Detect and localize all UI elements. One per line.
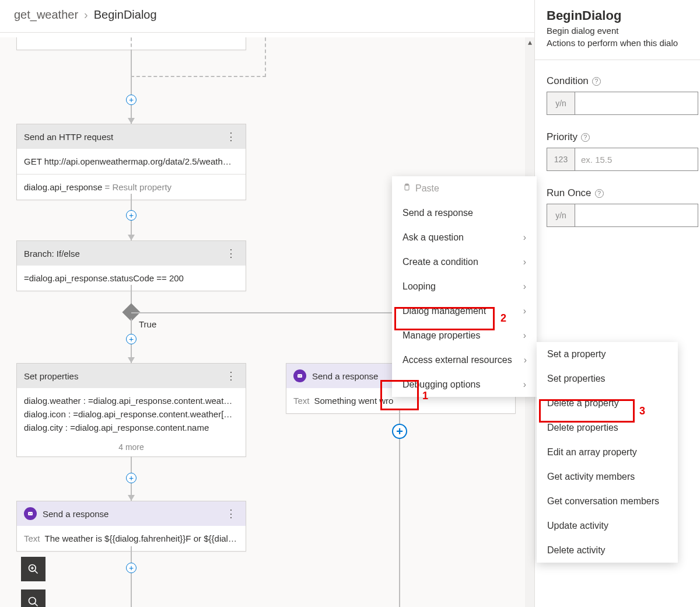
zoom-in-button[interactable] <box>21 557 46 581</box>
submenu-item-set-properties[interactable]: Set properties <box>537 367 678 391</box>
runonce-input[interactable] <box>575 204 698 226</box>
chevron-right-icon: › <box>512 379 526 390</box>
submenu-item-get-activity-members[interactable]: Get activity members <box>537 465 678 489</box>
panel-title: BeginDialog <box>547 8 700 23</box>
menu-item-looping[interactable]: Looping › <box>392 274 537 299</box>
http-method: GET <box>24 156 42 166</box>
breadcrumb-root[interactable]: get_weather <box>14 8 78 22</box>
chevron-right-icon: › <box>512 257 526 267</box>
send-response-node[interactable]: Send a response ⋮ TextThe weather is ${{… <box>16 501 246 552</box>
breadcrumb-leaf: BeginDialog <box>94 8 157 22</box>
more-icon[interactable]: ⋮ <box>223 507 239 520</box>
submenu-item-delete-properties[interactable]: Delete properties <box>537 416 678 440</box>
set-properties-node[interactable]: Set properties ⋮ dialog.weather : =dialo… <box>16 363 246 457</box>
more-rows-indicator[interactable]: 4 more <box>17 440 246 456</box>
result-property-name: dialog.api_response <box>24 182 102 192</box>
bot-icon <box>293 369 306 382</box>
property-row: dialog.icon : =dialog.api_response.conte… <box>24 407 239 421</box>
chevron-right-icon: › <box>512 281 526 292</box>
add-action-button[interactable]: + <box>126 334 136 344</box>
runonce-field[interactable]: y/n <box>547 204 698 227</box>
svg-point-5 <box>31 513 32 514</box>
more-icon[interactable]: ⋮ <box>223 369 239 382</box>
condition-input[interactable] <box>575 92 698 114</box>
http-request-node[interactable]: Send an HTTP request ⋮ GET http://api.op… <box>16 124 246 200</box>
svg-point-1 <box>299 375 300 376</box>
chevron-right-icon: › <box>512 330 526 341</box>
field-type-badge[interactable]: y/n <box>547 92 575 114</box>
submenu-item-edit-array[interactable]: Edit an array property <box>537 440 678 465</box>
arrow-down-icon <box>128 235 135 240</box>
branch-condition: =dialog.api_response.statusCode == 200 <box>24 271 239 285</box>
panel-description: Actions to perform when this dialo <box>547 38 700 48</box>
svg-line-11 <box>35 603 38 606</box>
svg-rect-0 <box>298 374 302 378</box>
node-title: Send an HTTP request <box>24 132 113 142</box>
dashed-drop-zone <box>131 37 266 77</box>
paste-icon <box>402 183 411 194</box>
submenu-item-delete-property[interactable]: Delete a property <box>537 391 678 416</box>
result-property-suffix: = Result property <box>102 182 172 192</box>
field-label-priority: Priority ? <box>547 131 700 143</box>
add-action-button[interactable]: + <box>126 95 136 105</box>
menu-item-access-external[interactable]: Access external resources › <box>392 348 537 372</box>
submenu-item-get-conversation-members[interactable]: Get conversation members <box>537 489 678 514</box>
menu-item-paste: Paste <box>392 176 537 201</box>
add-action-button[interactable]: + <box>126 210 136 221</box>
chevron-right-icon: › <box>512 232 526 243</box>
help-icon[interactable]: ? <box>581 133 590 142</box>
more-icon[interactable]: ⋮ <box>223 247 239 260</box>
menu-item-manage-properties[interactable]: Manage properties › <box>392 323 537 348</box>
svg-point-10 <box>29 598 36 605</box>
priority-field[interactable]: 123 <box>547 148 698 171</box>
add-action-button[interactable]: + <box>126 563 136 573</box>
manage-properties-submenu[interactable]: Set a property Set properties Delete a p… <box>537 342 678 563</box>
connector <box>131 546 132 607</box>
arrow-down-icon <box>128 118 135 124</box>
arrow-down-icon <box>128 357 135 363</box>
branch-node[interactable]: Branch: If/else ⋮ =dialog.api_response.s… <box>16 240 246 291</box>
help-icon[interactable]: ? <box>595 189 604 198</box>
submenu-item-delete-activity[interactable]: Delete activity <box>537 538 678 563</box>
scroll-up-icon[interactable]: ▴ <box>525 37 534 47</box>
priority-input[interactable] <box>575 148 698 170</box>
connector <box>131 50 132 125</box>
menu-item-ask-question[interactable]: Ask a question › <box>392 225 537 250</box>
add-action-button[interactable]: + <box>126 473 136 483</box>
field-label-condition: Condition ? <box>547 75 700 87</box>
help-icon[interactable]: ? <box>592 77 601 86</box>
chevron-right-icon: › <box>84 8 88 22</box>
field-label-runonce: Run Once ? <box>547 187 700 199</box>
zoom-out-button[interactable] <box>21 589 46 607</box>
bot-icon <box>24 507 37 520</box>
node-title: Branch: If/else <box>24 249 80 259</box>
menu-item-dialog-management[interactable]: Dialog management › <box>392 299 537 323</box>
condition-field[interactable]: y/n <box>547 92 698 115</box>
text-tag: Text <box>293 396 310 406</box>
add-action-button-main[interactable]: + <box>392 424 407 439</box>
panel-subtitle: Begin dialog event <box>547 26 700 36</box>
svg-point-4 <box>29 513 30 514</box>
menu-item-send-response[interactable]: Send a response <box>392 201 537 225</box>
response-text: The weather is ${{dialog.fahrenheit}}F o… <box>45 533 239 543</box>
chevron-right-icon: › <box>512 306 526 316</box>
submenu-item-set-property[interactable]: Set a property <box>537 342 678 367</box>
text-tag: Text <box>24 533 40 543</box>
submenu-item-update-activity[interactable]: Update activity <box>537 514 678 538</box>
menu-item-debugging[interactable]: Debugging options › <box>392 372 537 397</box>
action-menu[interactable]: Paste Send a response Ask a question › C… <box>392 176 537 397</box>
property-row: dialog.weather : =dialog.api_response.co… <box>24 394 239 407</box>
more-icon[interactable]: ⋮ <box>223 130 239 143</box>
field-type-badge[interactable]: 123 <box>547 148 575 170</box>
arrow-down-icon <box>128 495 135 501</box>
branch-label-true: True <box>139 319 156 329</box>
connector <box>131 312 400 313</box>
node-title: Set properties <box>24 371 78 381</box>
menu-item-create-condition[interactable]: Create a condition › <box>392 250 537 274</box>
divider <box>535 60 700 60</box>
chevron-right-icon: › <box>512 355 527 365</box>
node-title: Send a response <box>312 371 378 381</box>
field-type-badge[interactable]: y/n <box>547 204 575 226</box>
svg-point-2 <box>300 375 302 376</box>
svg-rect-3 <box>28 512 33 515</box>
